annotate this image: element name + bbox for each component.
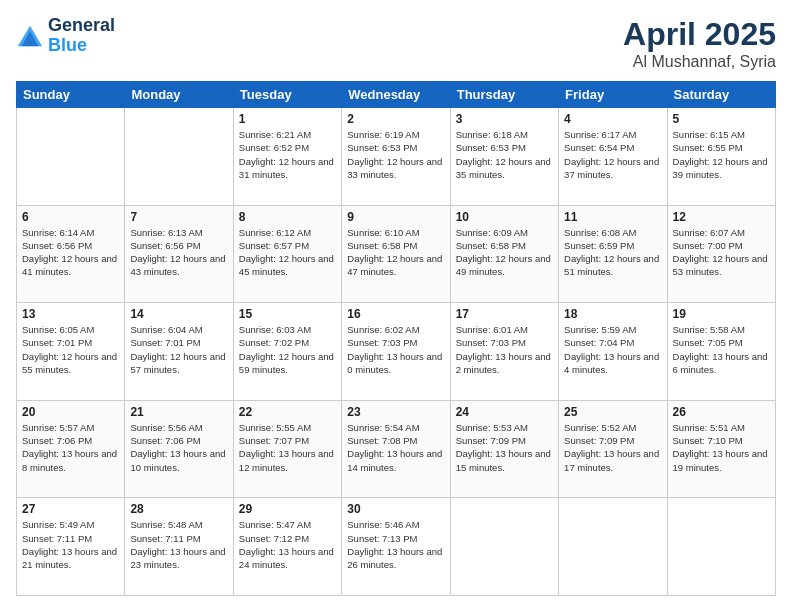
- day-number: 6: [22, 210, 119, 224]
- calendar-week-row: 20Sunrise: 5:57 AMSunset: 7:06 PMDayligh…: [17, 400, 776, 498]
- calendar-week-row: 27Sunrise: 5:49 AMSunset: 7:11 PMDayligh…: [17, 498, 776, 596]
- day-info: Sunrise: 5:51 AMSunset: 7:10 PMDaylight:…: [673, 421, 770, 474]
- table-row: 13Sunrise: 6:05 AMSunset: 7:01 PMDayligh…: [17, 303, 125, 401]
- day-number: 1: [239, 112, 336, 126]
- day-info: Sunrise: 6:03 AMSunset: 7:02 PMDaylight:…: [239, 323, 336, 376]
- header: General Blue April 2025 Al Mushannaf, Sy…: [16, 16, 776, 71]
- calendar-table: Sunday Monday Tuesday Wednesday Thursday…: [16, 81, 776, 596]
- col-tuesday: Tuesday: [233, 82, 341, 108]
- day-info: Sunrise: 5:59 AMSunset: 7:04 PMDaylight:…: [564, 323, 661, 376]
- day-info: Sunrise: 6:19 AMSunset: 6:53 PMDaylight:…: [347, 128, 444, 181]
- table-row: 8Sunrise: 6:12 AMSunset: 6:57 PMDaylight…: [233, 205, 341, 303]
- day-number: 23: [347, 405, 444, 419]
- col-thursday: Thursday: [450, 82, 558, 108]
- day-info: Sunrise: 5:58 AMSunset: 7:05 PMDaylight:…: [673, 323, 770, 376]
- day-number: 26: [673, 405, 770, 419]
- table-row: 11Sunrise: 6:08 AMSunset: 6:59 PMDayligh…: [559, 205, 667, 303]
- day-info: Sunrise: 6:02 AMSunset: 7:03 PMDaylight:…: [347, 323, 444, 376]
- table-row: 17Sunrise: 6:01 AMSunset: 7:03 PMDayligh…: [450, 303, 558, 401]
- day-number: 27: [22, 502, 119, 516]
- calendar-week-row: 13Sunrise: 6:05 AMSunset: 7:01 PMDayligh…: [17, 303, 776, 401]
- table-row: 16Sunrise: 6:02 AMSunset: 7:03 PMDayligh…: [342, 303, 450, 401]
- day-info: Sunrise: 6:18 AMSunset: 6:53 PMDaylight:…: [456, 128, 553, 181]
- day-info: Sunrise: 5:55 AMSunset: 7:07 PMDaylight:…: [239, 421, 336, 474]
- day-number: 14: [130, 307, 227, 321]
- table-row: 10Sunrise: 6:09 AMSunset: 6:58 PMDayligh…: [450, 205, 558, 303]
- table-row: 28Sunrise: 5:48 AMSunset: 7:11 PMDayligh…: [125, 498, 233, 596]
- day-info: Sunrise: 6:13 AMSunset: 6:56 PMDaylight:…: [130, 226, 227, 279]
- table-row: 18Sunrise: 5:59 AMSunset: 7:04 PMDayligh…: [559, 303, 667, 401]
- day-info: Sunrise: 5:49 AMSunset: 7:11 PMDaylight:…: [22, 518, 119, 571]
- table-row: 24Sunrise: 5:53 AMSunset: 7:09 PMDayligh…: [450, 400, 558, 498]
- calendar-header-row: Sunday Monday Tuesday Wednesday Thursday…: [17, 82, 776, 108]
- subtitle: Al Mushannaf, Syria: [623, 53, 776, 71]
- day-info: Sunrise: 6:05 AMSunset: 7:01 PMDaylight:…: [22, 323, 119, 376]
- table-row: 29Sunrise: 5:47 AMSunset: 7:12 PMDayligh…: [233, 498, 341, 596]
- calendar-week-row: 1Sunrise: 6:21 AMSunset: 6:52 PMDaylight…: [17, 108, 776, 206]
- logo-text: General Blue: [48, 16, 115, 56]
- table-row: 21Sunrise: 5:56 AMSunset: 7:06 PMDayligh…: [125, 400, 233, 498]
- table-row: 19Sunrise: 5:58 AMSunset: 7:05 PMDayligh…: [667, 303, 775, 401]
- day-number: 20: [22, 405, 119, 419]
- day-info: Sunrise: 6:07 AMSunset: 7:00 PMDaylight:…: [673, 226, 770, 279]
- table-row: 9Sunrise: 6:10 AMSunset: 6:58 PMDaylight…: [342, 205, 450, 303]
- table-row: [450, 498, 558, 596]
- table-row: 14Sunrise: 6:04 AMSunset: 7:01 PMDayligh…: [125, 303, 233, 401]
- day-number: 16: [347, 307, 444, 321]
- day-info: Sunrise: 6:12 AMSunset: 6:57 PMDaylight:…: [239, 226, 336, 279]
- day-number: 28: [130, 502, 227, 516]
- day-number: 5: [673, 112, 770, 126]
- day-number: 25: [564, 405, 661, 419]
- table-row: 7Sunrise: 6:13 AMSunset: 6:56 PMDaylight…: [125, 205, 233, 303]
- table-row: 12Sunrise: 6:07 AMSunset: 7:00 PMDayligh…: [667, 205, 775, 303]
- main-title: April 2025: [623, 16, 776, 53]
- table-row: 4Sunrise: 6:17 AMSunset: 6:54 PMDaylight…: [559, 108, 667, 206]
- table-row: 22Sunrise: 5:55 AMSunset: 7:07 PMDayligh…: [233, 400, 341, 498]
- day-info: Sunrise: 5:54 AMSunset: 7:08 PMDaylight:…: [347, 421, 444, 474]
- day-info: Sunrise: 6:17 AMSunset: 6:54 PMDaylight:…: [564, 128, 661, 181]
- day-number: 15: [239, 307, 336, 321]
- title-block: April 2025 Al Mushannaf, Syria: [623, 16, 776, 71]
- day-info: Sunrise: 6:15 AMSunset: 6:55 PMDaylight:…: [673, 128, 770, 181]
- table-row: 3Sunrise: 6:18 AMSunset: 6:53 PMDaylight…: [450, 108, 558, 206]
- col-saturday: Saturday: [667, 82, 775, 108]
- day-number: 2: [347, 112, 444, 126]
- day-number: 3: [456, 112, 553, 126]
- day-number: 22: [239, 405, 336, 419]
- day-number: 19: [673, 307, 770, 321]
- table-row: 5Sunrise: 6:15 AMSunset: 6:55 PMDaylight…: [667, 108, 775, 206]
- logo-icon: [16, 22, 44, 50]
- col-wednesday: Wednesday: [342, 82, 450, 108]
- col-sunday: Sunday: [17, 82, 125, 108]
- day-info: Sunrise: 5:57 AMSunset: 7:06 PMDaylight:…: [22, 421, 119, 474]
- logo: General Blue: [16, 16, 115, 56]
- day-info: Sunrise: 6:14 AMSunset: 6:56 PMDaylight:…: [22, 226, 119, 279]
- day-number: 4: [564, 112, 661, 126]
- table-row: 30Sunrise: 5:46 AMSunset: 7:13 PMDayligh…: [342, 498, 450, 596]
- day-number: 12: [673, 210, 770, 224]
- day-info: Sunrise: 6:21 AMSunset: 6:52 PMDaylight:…: [239, 128, 336, 181]
- day-info: Sunrise: 6:04 AMSunset: 7:01 PMDaylight:…: [130, 323, 227, 376]
- day-info: Sunrise: 6:09 AMSunset: 6:58 PMDaylight:…: [456, 226, 553, 279]
- day-number: 8: [239, 210, 336, 224]
- day-number: 24: [456, 405, 553, 419]
- calendar-week-row: 6Sunrise: 6:14 AMSunset: 6:56 PMDaylight…: [17, 205, 776, 303]
- table-row: 20Sunrise: 5:57 AMSunset: 7:06 PMDayligh…: [17, 400, 125, 498]
- day-info: Sunrise: 6:01 AMSunset: 7:03 PMDaylight:…: [456, 323, 553, 376]
- table-row: 26Sunrise: 5:51 AMSunset: 7:10 PMDayligh…: [667, 400, 775, 498]
- day-info: Sunrise: 5:53 AMSunset: 7:09 PMDaylight:…: [456, 421, 553, 474]
- day-info: Sunrise: 5:52 AMSunset: 7:09 PMDaylight:…: [564, 421, 661, 474]
- table-row: [667, 498, 775, 596]
- day-number: 18: [564, 307, 661, 321]
- day-number: 9: [347, 210, 444, 224]
- day-info: Sunrise: 5:48 AMSunset: 7:11 PMDaylight:…: [130, 518, 227, 571]
- day-number: 13: [22, 307, 119, 321]
- table-row: 15Sunrise: 6:03 AMSunset: 7:02 PMDayligh…: [233, 303, 341, 401]
- day-number: 30: [347, 502, 444, 516]
- logo-line2: Blue: [48, 36, 115, 56]
- day-number: 10: [456, 210, 553, 224]
- day-number: 11: [564, 210, 661, 224]
- day-number: 21: [130, 405, 227, 419]
- table-row: [559, 498, 667, 596]
- page: General Blue April 2025 Al Mushannaf, Sy…: [0, 0, 792, 612]
